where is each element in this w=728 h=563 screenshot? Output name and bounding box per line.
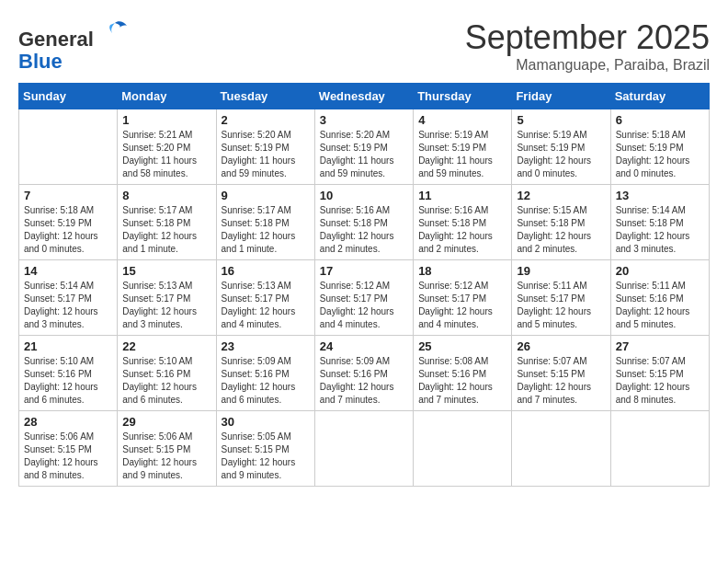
logo: General Blue [18, 18, 129, 73]
day-number: 27 [616, 339, 704, 353]
day-number: 23 [222, 339, 310, 353]
calendar-cell: 19Sunrise: 5:11 AM Sunset: 5:17 PM Dayli… [512, 260, 610, 336]
calendar-cell: 4Sunrise: 5:19 AM Sunset: 5:19 PM Daylig… [414, 109, 512, 185]
day-number: 18 [418, 264, 506, 278]
day-info: Sunrise: 5:06 AM Sunset: 5:15 PM Dayligh… [24, 431, 112, 482]
day-info: Sunrise: 5:10 AM Sunset: 5:16 PM Dayligh… [122, 355, 210, 407]
calendar-cell: 29Sunrise: 5:06 AM Sunset: 5:15 PM Dayli… [118, 411, 216, 487]
day-number: 21 [24, 339, 112, 353]
day-number: 28 [24, 415, 112, 429]
calendar-cell: 27Sunrise: 5:07 AM Sunset: 5:15 PM Dayli… [610, 336, 709, 411]
day-info: Sunrise: 5:14 AM Sunset: 5:18 PM Dayligh… [616, 204, 704, 256]
day-number: 19 [517, 264, 605, 278]
calendar-cell: 17Sunrise: 5:12 AM Sunset: 5:17 PM Dayli… [314, 260, 413, 336]
day-info: Sunrise: 5:20 AM Sunset: 5:19 PM Dayligh… [320, 129, 408, 180]
day-info: Sunrise: 5:16 AM Sunset: 5:18 PM Dayligh… [418, 204, 506, 256]
calendar-week-5: 28Sunrise: 5:06 AM Sunset: 5:15 PM Dayli… [19, 411, 710, 487]
day-info: Sunrise: 5:21 AM Sunset: 5:20 PM Dayligh… [122, 129, 210, 180]
calendar-table: SundayMondayTuesdayWednesdayThursdayFrid… [18, 83, 710, 487]
day-info: Sunrise: 5:07 AM Sunset: 5:15 PM Dayligh… [517, 355, 605, 407]
day-number: 1 [122, 113, 210, 127]
calendar-cell: 13Sunrise: 5:14 AM Sunset: 5:18 PM Dayli… [610, 185, 709, 260]
calendar-cell [512, 411, 610, 487]
calendar-cell: 11Sunrise: 5:16 AM Sunset: 5:18 PM Dayli… [414, 185, 512, 260]
calendar-cell: 24Sunrise: 5:09 AM Sunset: 5:16 PM Dayli… [314, 336, 413, 411]
calendar-body: 1Sunrise: 5:21 AM Sunset: 5:20 PM Daylig… [19, 109, 710, 487]
header-row: SundayMondayTuesdayWednesdayThursdayFrid… [19, 84, 710, 109]
header-day-wednesday: Wednesday [314, 84, 413, 109]
calendar-cell: 23Sunrise: 5:09 AM Sunset: 5:16 PM Dayli… [216, 336, 314, 411]
day-number: 17 [320, 264, 408, 278]
page-header: General Blue September 2025 Mamanguape, … [18, 18, 710, 74]
calendar-header: SundayMondayTuesdayWednesdayThursdayFrid… [19, 84, 710, 109]
title-block: September 2025 Mamanguape, Paraiba, Braz… [465, 18, 710, 74]
logo-blue-text: Blue [18, 50, 63, 73]
calendar-cell: 7Sunrise: 5:18 AM Sunset: 5:19 PM Daylig… [19, 185, 118, 260]
calendar-cell: 20Sunrise: 5:11 AM Sunset: 5:16 PM Dayli… [610, 260, 709, 336]
calendar-cell: 25Sunrise: 5:08 AM Sunset: 5:16 PM Dayli… [414, 336, 512, 411]
day-info: Sunrise: 5:15 AM Sunset: 5:18 PM Dayligh… [517, 204, 605, 256]
day-number: 10 [320, 189, 408, 202]
calendar-cell [314, 411, 413, 487]
day-info: Sunrise: 5:07 AM Sunset: 5:15 PM Dayligh… [616, 355, 704, 407]
day-info: Sunrise: 5:10 AM Sunset: 5:16 PM Dayligh… [24, 355, 112, 407]
day-info: Sunrise: 5:17 AM Sunset: 5:18 PM Dayligh… [122, 204, 210, 256]
logo-general-text: General [18, 28, 94, 51]
day-info: Sunrise: 5:18 AM Sunset: 5:19 PM Dayligh… [616, 129, 704, 180]
calendar-cell: 15Sunrise: 5:13 AM Sunset: 5:17 PM Dayli… [118, 260, 216, 336]
day-info: Sunrise: 5:12 AM Sunset: 5:17 PM Dayligh… [418, 280, 506, 331]
day-number: 25 [418, 339, 506, 353]
calendar-cell: 30Sunrise: 5:05 AM Sunset: 5:15 PM Dayli… [216, 411, 314, 487]
calendar-cell: 18Sunrise: 5:12 AM Sunset: 5:17 PM Dayli… [414, 260, 512, 336]
day-number: 3 [320, 113, 408, 127]
day-info: Sunrise: 5:09 AM Sunset: 5:16 PM Dayligh… [320, 355, 408, 407]
calendar-week-3: 14Sunrise: 5:14 AM Sunset: 5:17 PM Dayli… [19, 260, 710, 336]
day-info: Sunrise: 5:08 AM Sunset: 5:16 PM Dayligh… [418, 355, 506, 407]
day-number: 7 [24, 189, 112, 202]
day-number: 9 [222, 189, 310, 202]
day-info: Sunrise: 5:13 AM Sunset: 5:17 PM Dayligh… [222, 280, 310, 331]
day-number: 2 [222, 113, 310, 127]
day-number: 11 [418, 189, 506, 202]
day-info: Sunrise: 5:11 AM Sunset: 5:16 PM Dayligh… [616, 280, 704, 331]
location-subtitle: Mamanguape, Paraiba, Brazil [465, 57, 710, 74]
day-info: Sunrise: 5:09 AM Sunset: 5:16 PM Dayligh… [222, 355, 310, 407]
month-title: September 2025 [465, 18, 710, 57]
day-info: Sunrise: 5:06 AM Sunset: 5:15 PM Dayligh… [122, 431, 210, 482]
calendar-cell: 12Sunrise: 5:15 AM Sunset: 5:18 PM Dayli… [512, 185, 610, 260]
day-number: 12 [517, 189, 605, 202]
calendar-cell [414, 411, 512, 487]
day-number: 24 [320, 339, 408, 353]
day-number: 26 [517, 339, 605, 353]
day-number: 13 [616, 189, 704, 202]
header-day-monday: Monday [118, 84, 216, 109]
calendar-cell: 8Sunrise: 5:17 AM Sunset: 5:18 PM Daylig… [118, 185, 216, 260]
day-info: Sunrise: 5:11 AM Sunset: 5:17 PM Dayligh… [517, 280, 605, 331]
calendar-cell: 1Sunrise: 5:21 AM Sunset: 5:20 PM Daylig… [118, 109, 216, 185]
day-info: Sunrise: 5:17 AM Sunset: 5:18 PM Dayligh… [222, 204, 310, 256]
day-number: 14 [24, 264, 112, 278]
day-info: Sunrise: 5:14 AM Sunset: 5:17 PM Dayligh… [24, 280, 112, 331]
day-info: Sunrise: 5:18 AM Sunset: 5:19 PM Dayligh… [24, 204, 112, 256]
calendar-cell: 6Sunrise: 5:18 AM Sunset: 5:19 PM Daylig… [610, 109, 709, 185]
calendar-cell: 5Sunrise: 5:19 AM Sunset: 5:19 PM Daylig… [512, 109, 610, 185]
calendar-cell: 16Sunrise: 5:13 AM Sunset: 5:17 PM Dayli… [216, 260, 314, 336]
day-number: 4 [418, 113, 506, 127]
header-day-friday: Friday [512, 84, 610, 109]
day-number: 20 [616, 264, 704, 278]
calendar-week-2: 7Sunrise: 5:18 AM Sunset: 5:19 PM Daylig… [19, 185, 710, 260]
calendar-cell: 28Sunrise: 5:06 AM Sunset: 5:15 PM Dayli… [19, 411, 118, 487]
header-day-sunday: Sunday [19, 84, 118, 109]
day-info: Sunrise: 5:05 AM Sunset: 5:15 PM Dayligh… [222, 431, 310, 482]
day-info: Sunrise: 5:20 AM Sunset: 5:19 PM Dayligh… [222, 129, 310, 180]
calendar-cell [610, 411, 709, 487]
day-info: Sunrise: 5:16 AM Sunset: 5:18 PM Dayligh… [320, 204, 408, 256]
calendar-cell: 9Sunrise: 5:17 AM Sunset: 5:18 PM Daylig… [216, 185, 314, 260]
day-number: 29 [122, 415, 210, 429]
day-number: 16 [222, 264, 310, 278]
day-info: Sunrise: 5:12 AM Sunset: 5:17 PM Dayligh… [320, 280, 408, 331]
day-info: Sunrise: 5:19 AM Sunset: 5:19 PM Dayligh… [418, 129, 506, 180]
logo-bird-icon [101, 18, 129, 46]
day-info: Sunrise: 5:19 AM Sunset: 5:19 PM Dayligh… [517, 129, 605, 180]
calendar-week-1: 1Sunrise: 5:21 AM Sunset: 5:20 PM Daylig… [19, 109, 710, 185]
